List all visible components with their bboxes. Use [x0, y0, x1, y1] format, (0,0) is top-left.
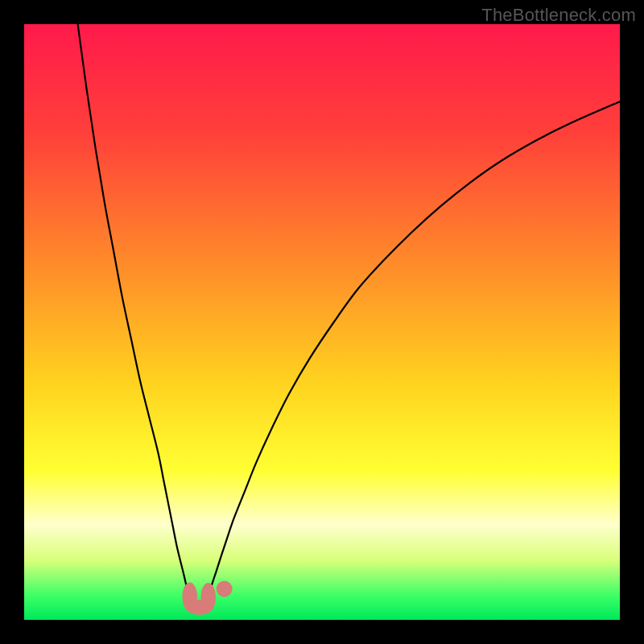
blob-U-right [200, 583, 216, 612]
outer-frame: TheBottleneck.com [0, 0, 644, 644]
watermark-text: TheBottleneck.com [481, 5, 636, 26]
blob-dot [217, 581, 233, 597]
gradient-bg [24, 24, 620, 620]
chart-svg [24, 24, 620, 620]
plot-area [24, 24, 620, 620]
